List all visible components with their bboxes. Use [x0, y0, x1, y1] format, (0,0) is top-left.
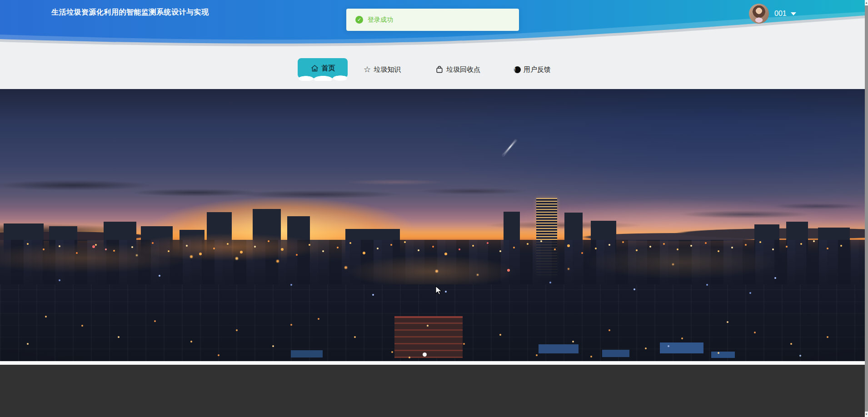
caret-down-icon	[791, 12, 796, 15]
tab-garbage-knowledge[interactable]: ☆ 垃圾知识	[364, 65, 401, 74]
mouse-cursor	[435, 286, 445, 297]
vertical-scrollbar[interactable]: ▲ ▼	[865, 0, 868, 417]
toast-login-success: ✓ 登录成功	[346, 9, 519, 31]
home-icon	[310, 64, 319, 72]
page: 生活垃圾资源化利用的智能监测系统设计与实现 001 ✓ 登录成功 首页 ☆ 垃圾…	[0, 0, 868, 417]
star-icon: ☆	[364, 65, 371, 74]
tab-recycling-points[interactable]: 垃圾回收点	[435, 65, 480, 74]
scroll-up-arrow-icon[interactable]: ▲	[865, 0, 868, 5]
tab-user-feedback[interactable]: ! 用户反馈	[514, 65, 551, 74]
toast-message: 登录成功	[368, 16, 393, 24]
content-divider-strip	[0, 361, 865, 365]
user-avatar[interactable]	[749, 4, 769, 24]
username-label: 001	[774, 10, 787, 18]
tab-user-feedback-label: 用户反馈	[524, 65, 551, 74]
alert-icon: !	[514, 66, 521, 73]
user-menu[interactable]: 001	[749, 4, 796, 24]
hero-carousel-image[interactable]	[0, 89, 865, 361]
tab-garbage-knowledge-label: 垃圾知识	[374, 65, 401, 74]
success-check-icon: ✓	[355, 16, 363, 24]
scroll-down-arrow-icon[interactable]: ▼	[865, 412, 868, 417]
carousel-indicator-dot[interactable]	[423, 352, 427, 357]
photo-vignette	[0, 89, 865, 361]
bag-icon	[435, 65, 444, 74]
tab-home[interactable]: 首页	[298, 58, 348, 78]
page-title: 生活垃圾资源化利用的智能监测系统设计与实现	[51, 8, 209, 17]
tab-home-label: 首页	[322, 64, 335, 73]
page-footer	[0, 365, 865, 417]
tab-recycling-points-label: 垃圾回收点	[446, 65, 480, 74]
tab-active-wave-decoration	[299, 74, 347, 81]
